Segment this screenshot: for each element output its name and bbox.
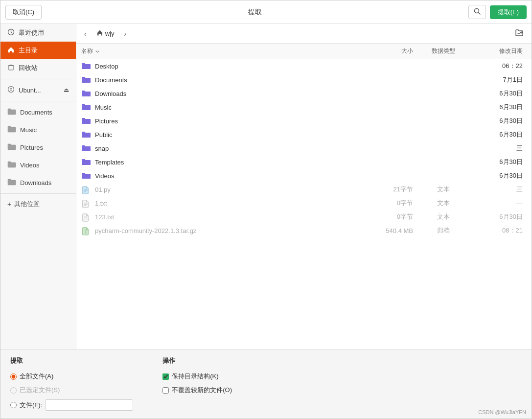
file-icon: [81, 213, 91, 221]
no-overwrite-label: 不覆盖较新的文件(O): [172, 386, 232, 395]
file-size: 21字节: [370, 185, 419, 194]
sidebar-item-videos[interactable]: Videos: [0, 156, 76, 174]
file-list-header: 名称 大小 数据类型 修改日期: [76, 44, 532, 59]
folder-row-public[interactable]: Public 6月30日: [76, 128, 532, 141]
folder-row-snap[interactable]: snap 三: [76, 141, 532, 155]
folder-modified: 6月30日: [468, 130, 527, 139]
main-area: 最近使用 主目录 回收站: [0, 24, 532, 349]
file-list: Desktop 06：22 Documents: [76, 59, 532, 349]
folder-icon-documents: [7, 108, 16, 116]
folder-modified: 三: [468, 144, 527, 153]
no-overwrite-checkbox[interactable]: [162, 387, 169, 394]
operations-section-title: 操作: [162, 356, 232, 365]
col-header-size[interactable]: 大小: [370, 47, 419, 55]
svg-point-11: [10, 89, 12, 91]
file-row-1txt[interactable]: 1.txt 0字节 文本 —: [76, 196, 532, 210]
folder-modified: 6月30日: [468, 116, 527, 125]
radio-all-files[interactable]: 全部文件(A): [10, 372, 133, 381]
sidebar-item-pictures[interactable]: Pictures: [0, 139, 76, 156]
file-type: 文本: [419, 199, 468, 208]
folder-modified: 7月1日: [468, 75, 527, 84]
sidebar-item-trash[interactable]: 回收站: [0, 59, 76, 77]
search-button[interactable]: [468, 5, 486, 19]
sidebar-item-music[interactable]: Music: [0, 121, 76, 139]
folder-row-pictures[interactable]: Pictures 6月30日: [76, 114, 532, 128]
titlebar-left: 取消(C): [5, 5, 42, 20]
sidebar-item-ubuntu-label: Ubunt...: [19, 87, 41, 94]
watermark: CSDN @WuJiaYFN: [478, 409, 526, 415]
folder-row-videos[interactable]: Videos 6月30日: [76, 169, 532, 183]
sidebar-item-home[interactable]: 主目录: [0, 42, 76, 59]
file-name: 1.txt: [95, 200, 107, 207]
sidebar-item-recent-label: 最近使用: [19, 28, 44, 37]
file-type: 文本: [419, 185, 468, 194]
radio-all-files-label: 全部文件(A): [20, 372, 53, 381]
file-row-01py[interactable]: 01.py 21字节 文本 三: [76, 183, 532, 196]
radio-selected-files-label: 已选定文件(S): [20, 386, 60, 395]
sidebar-other-locations-label: 其他位置: [14, 200, 40, 209]
sidebar-item-home-label: 主目录: [19, 46, 38, 55]
file-modified: 08：21: [468, 226, 527, 235]
sidebar-item-documents[interactable]: Documents: [0, 103, 76, 121]
folder-row-music[interactable]: Music 6月30日: [76, 100, 532, 114]
file-size: 0字节: [370, 199, 419, 208]
sidebar-item-other-locations[interactable]: + 其他位置: [0, 196, 76, 212]
sidebar-item-pictures-label: Pictures: [20, 144, 43, 151]
folder-row-downloads[interactable]: Downloads 6月30日: [76, 87, 532, 100]
file-modified: 三: [468, 185, 527, 194]
col-header-type[interactable]: 数据类型: [419, 47, 468, 55]
file-name: pycharm-community-2022.1.3.tar.gz: [95, 227, 196, 234]
content-area: ‹ wjy ›: [76, 24, 532, 349]
svg-line-4: [11, 32, 13, 33]
file-pattern-input[interactable]: [45, 399, 133, 411]
folder-modified: 6月30日: [468, 89, 527, 98]
cancel-button[interactable]: 取消(C): [5, 5, 42, 20]
eject-icon[interactable]: ⏏: [64, 87, 69, 93]
svg-point-10: [8, 87, 14, 93]
folder-icon: [81, 90, 91, 97]
folder-name: Public: [95, 131, 112, 139]
folder-name: Pictures: [95, 117, 118, 125]
radio-selected-files-input[interactable]: [10, 387, 17, 394]
open-location-button[interactable]: [511, 26, 528, 41]
folder-row-documents[interactable]: Documents 7月1日: [76, 73, 532, 87]
open-folder-icon: [515, 28, 524, 37]
sidebar-item-downloads[interactable]: Downloads: [0, 174, 76, 191]
checkbox-no-overwrite[interactable]: 不覆盖较新的文件(O): [162, 386, 232, 395]
radio-specific-files-input[interactable]: [10, 402, 17, 408]
sidebar-item-recent[interactable]: 最近使用: [0, 24, 76, 42]
keep-structure-checkbox[interactable]: [162, 373, 169, 380]
folder-name: Downloads: [95, 90, 126, 97]
sidebar-item-ubuntu[interactable]: Ubunt... ⏏: [0, 81, 76, 99]
forward-button[interactable]: ›: [120, 28, 130, 40]
sidebar: 最近使用 主目录 回收站: [0, 24, 76, 349]
col-header-name[interactable]: 名称: [81, 47, 370, 55]
radio-all-files-input[interactable]: [10, 373, 17, 380]
folder-row-desktop[interactable]: Desktop 06：22: [76, 59, 532, 73]
folder-modified: 6月30日: [468, 158, 527, 166]
folder-icon: [81, 158, 91, 166]
radio-specific-files[interactable]: 文件(F):: [10, 399, 133, 411]
folder-name: Videos: [95, 172, 115, 180]
file-row-123txt[interactable]: 123.txt 0字节 文本 6月30日: [76, 210, 532, 224]
location-toolbar: ‹ wjy ›: [76, 24, 532, 44]
search-icon: [474, 8, 481, 15]
sidebar-item-documents-label: Documents: [20, 109, 52, 116]
extract-button[interactable]: 提取(E): [490, 5, 527, 19]
folder-modified: 06：22: [468, 62, 527, 70]
folder-row-templates[interactable]: Templates 6月30日: [76, 155, 532, 169]
checkbox-keep-structure[interactable]: 保持目录结构(K): [162, 372, 232, 381]
folder-icon-videos: [7, 161, 16, 169]
folder-icon-downloads: [7, 178, 16, 187]
svg-rect-5: [9, 66, 13, 70]
radio-selected-files[interactable]: 已选定文件(S): [10, 386, 133, 395]
location-text: wjy: [105, 30, 115, 37]
folder-name: Templates: [95, 159, 124, 166]
folder-modified: 6月30日: [468, 171, 527, 180]
file-row-pycharm[interactable]: pycharm-community-2022.1.3.tar.gz 540.4 …: [76, 224, 532, 237]
folder-icon-pictures: [7, 143, 16, 152]
col-header-modified[interactable]: 修改日期: [468, 47, 527, 55]
back-button[interactable]: ‹: [80, 28, 91, 40]
sidebar-item-trash-label: 回收站: [19, 64, 38, 72]
sort-icon: [95, 49, 100, 54]
